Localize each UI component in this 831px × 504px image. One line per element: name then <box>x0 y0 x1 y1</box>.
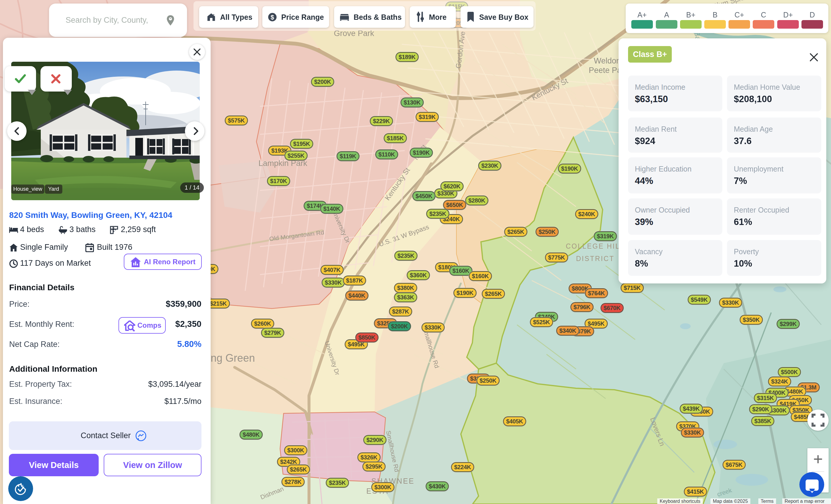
svg-text:Weldon: Weldon <box>594 56 621 65</box>
svg-text:COLLEGE HILL: COLLEGE HILL <box>566 242 625 250</box>
svg-text:ng Green: ng Green <box>211 352 255 364</box>
svg-text:$: $ <box>270 14 274 21</box>
svg-text:Peete Pa: Peete Pa <box>589 66 622 75</box>
svg-text:DISTRICT: DISTRICT <box>576 255 614 263</box>
